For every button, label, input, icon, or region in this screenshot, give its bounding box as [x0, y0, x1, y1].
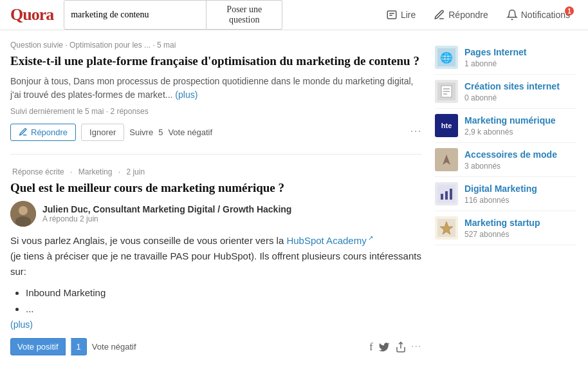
marketing-thumb: hte [435, 114, 458, 137]
notifications-nav-item[interactable]: Notifications 1 [499, 5, 578, 24]
search-input[interactable] [64, 0, 207, 30]
follow-button-1[interactable]: Suivre [129, 127, 153, 137]
notification-badge: 1 [565, 6, 574, 15]
read-icon [386, 9, 398, 21]
sidebar-sub-digital: 116 abonnés [464, 196, 509, 205]
author-replied: A répondu 2 juin [42, 214, 291, 223]
main-layout: Question suivie · Optimisation pour les … [0, 30, 588, 367]
sidebar-item-info-creation: Création sites internet 0 abonné [464, 81, 560, 102]
sidebar-link-creation[interactable]: Création sites internet [464, 81, 560, 91]
answer-more-link[interactable]: (plus) [10, 319, 33, 330]
digital-thumb [435, 182, 458, 205]
search-container: Poser une question [64, 0, 282, 30]
sidebar-item-marketing: hte Marketing numérique 2,9 k abonnés [435, 109, 576, 143]
question-body-1: Bonjour à tous, Dans mon processus de pr… [10, 75, 422, 102]
pages-thumb: 🌐 [435, 46, 458, 69]
svg-rect-16 [441, 194, 443, 200]
list-item-2: ... [26, 303, 422, 314]
author-info: Julien Duc, Consultant Marketing Digital… [42, 204, 291, 223]
question-more-link-1[interactable]: (plus) [175, 89, 198, 100]
sidebar-sub-mode: 3 abonnés [464, 162, 501, 171]
read-nav-item[interactable]: Lire [378, 5, 423, 24]
sidebar: 🌐 Pages Internet 1 abonné Création sites [435, 41, 576, 367]
sidebar-item-pages: 🌐 Pages Internet 1 abonné [435, 41, 576, 75]
quora-logo[interactable]: Quora [10, 5, 53, 24]
facebook-share-icon[interactable]: f [369, 341, 372, 353]
sidebar-item-creation: Création sites internet 0 abonné [435, 75, 576, 109]
content-area: Question suivie · Optimisation pour les … [10, 41, 422, 367]
respond-button-1[interactable]: Répondre [10, 124, 76, 141]
ignore-button-1[interactable]: Ignorer [81, 124, 124, 141]
mode-thumb-image [437, 151, 455, 169]
sidebar-sub-creation: 0 abonné [464, 93, 497, 102]
answer-question-link[interactable]: Quel est le meilleur cours de marketing … [10, 181, 284, 194]
read-label: Lire [401, 10, 416, 20]
follow-info-1: Suivi dernièrement le 5 mai · 2 réponses [10, 107, 422, 116]
respond-label: Répondre [448, 10, 488, 20]
mode-thumb [435, 148, 458, 171]
sidebar-item-digital: Digital Marketing 116 abonnés [435, 177, 576, 211]
svg-rect-17 [445, 191, 448, 200]
question-title-link-1[interactable]: Existe-t-il une plate-forme française d'… [10, 54, 419, 68]
more-options-1[interactable]: ··· [410, 126, 422, 138]
vote-pos-button[interactable]: Vote positif [10, 338, 66, 355]
answer-author: Julien Duc, Consultant Marketing Digital… [10, 201, 422, 227]
svg-point-4 [19, 206, 28, 215]
startup-thumb-image [437, 219, 455, 237]
sidebar-item-info-marketing: Marketing numérique 2,9 k abonnés [464, 115, 556, 136]
startup-thumb [435, 216, 458, 240]
sidebar-item-info-mode: Accessoires de mode 3 abonnés [464, 149, 557, 171]
respond-nav-item[interactable]: Répondre [426, 5, 496, 24]
share-link-icon[interactable] [395, 341, 407, 353]
author-avatar [10, 201, 36, 227]
sidebar-item-info-pages: Pages Internet 1 abonné [464, 47, 526, 68]
hubspot-link[interactable]: HubSpot Academy [286, 235, 366, 246]
sidebar-item-mode: Accessoires de mode 3 abonnés [435, 143, 576, 177]
external-link-icon: ↗ [368, 234, 373, 241]
sidebar-sub-marketing: 2,9 k abonnés [464, 127, 513, 136]
notifications-icon [506, 9, 518, 21]
svg-text:🌐: 🌐 [440, 52, 453, 64]
answer-question-title: Quel est le meilleur cours de marketing … [10, 180, 422, 196]
pages-thumb-image: 🌐 [437, 48, 455, 66]
author-name: Julien Duc, Consultant Marketing Digital… [42, 204, 291, 214]
sidebar-link-startup[interactable]: Marketing startup [464, 218, 540, 228]
digital-thumb-image [437, 185, 455, 203]
vote-count-button[interactable]: 1 [71, 338, 87, 355]
twitter-share-icon[interactable] [378, 341, 390, 353]
ask-question-button[interactable]: Poser une question [207, 0, 282, 30]
vote-neg-button-1[interactable]: Vote négatif [168, 127, 212, 137]
pencil-icon [19, 127, 28, 136]
more-share-dots[interactable]: ··· [412, 342, 423, 352]
feed-item-answer: Réponse écrite · Marketing · 2 juin Quel… [10, 167, 422, 367]
action-bar-1: Répondre Ignorer Suivre 5 Vote négatif ·… [10, 124, 422, 141]
creation-thumb [435, 80, 458, 103]
sidebar-link-marketing[interactable]: Marketing numérique [464, 115, 556, 126]
svg-point-5 [15, 216, 31, 227]
answer-list: Inbound Marketing ... [26, 287, 422, 314]
follow-count-1: 5 [158, 127, 163, 137]
feed-meta-1: Question suivie · Optimisation pour les … [10, 41, 422, 50]
answer-actions: Vote positif 1 Vote négatif f ··· [10, 338, 422, 355]
avatar-image [10, 201, 36, 227]
sidebar-item-info-digital: Digital Marketing 116 abonnés [464, 184, 537, 205]
sidebar-sub-pages: 1 abonné [464, 59, 497, 68]
notifications-label: Notifications [521, 10, 570, 20]
answer-text: Si vous parlez Anglais, je vous conseill… [10, 233, 422, 279]
creation-thumb-image [437, 82, 455, 100]
question-title-1: Existe-t-il une plate-forme française d'… [10, 53, 422, 70]
feed-meta-2: Réponse écrite · Marketing · 2 juin [10, 167, 422, 176]
sidebar-link-mode[interactable]: Accessoires de mode [464, 149, 557, 160]
share-icons: f ··· [369, 341, 422, 353]
main-nav: Lire Répondre Notifications 1 [378, 5, 578, 24]
sidebar-item-startup: Marketing startup 527 abonnés [435, 211, 576, 245]
sidebar-item-info-startup: Marketing startup 527 abonnés [464, 218, 540, 239]
vote-neg-button-2[interactable]: Vote négatif [92, 342, 136, 352]
respond-icon [434, 9, 445, 21]
svg-rect-18 [450, 189, 452, 200]
sidebar-link-digital[interactable]: Digital Marketing [464, 184, 537, 194]
feed-item-question: Question suivie · Optimisation pour les … [10, 41, 422, 155]
sidebar-sub-startup: 527 abonnés [464, 230, 509, 239]
list-item-1: Inbound Marketing [26, 287, 422, 298]
sidebar-link-pages[interactable]: Pages Internet [464, 47, 526, 57]
